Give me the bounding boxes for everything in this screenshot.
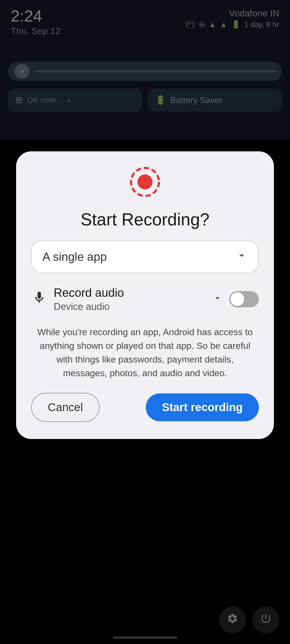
audio-title: Record audio [54, 286, 206, 299]
audio-toggle[interactable] [229, 291, 259, 307]
cancel-button[interactable]: Cancel [31, 393, 100, 422]
start-recording-button[interactable]: Start recording [146, 393, 259, 421]
svg-point-2 [137, 174, 153, 189]
audio-dropdown-icon[interactable] [212, 293, 223, 306]
dialog-title: Start Recording? [81, 209, 209, 230]
app-selector-text: A single app [42, 250, 107, 264]
app-selector-dropdown[interactable]: A single app [31, 240, 259, 273]
dialog-overlay: Start Recording? A single app Record aud… [0, 0, 290, 644]
toggle-knob [230, 292, 244, 306]
audio-labels: Record audio Device audio [54, 286, 206, 312]
audio-row: Record audio Device audio [31, 284, 259, 314]
record-icon-container [129, 166, 161, 199]
chevron-down-icon [236, 250, 248, 264]
record-icon [129, 166, 161, 199]
microphone-icon [31, 291, 47, 308]
audio-subtitle: Device audio [54, 301, 206, 312]
start-recording-dialog: Start Recording? A single app Record aud… [16, 151, 274, 439]
warning-text: While you're recording an app, Android h… [31, 325, 259, 380]
button-row: Cancel Start recording [31, 391, 259, 424]
